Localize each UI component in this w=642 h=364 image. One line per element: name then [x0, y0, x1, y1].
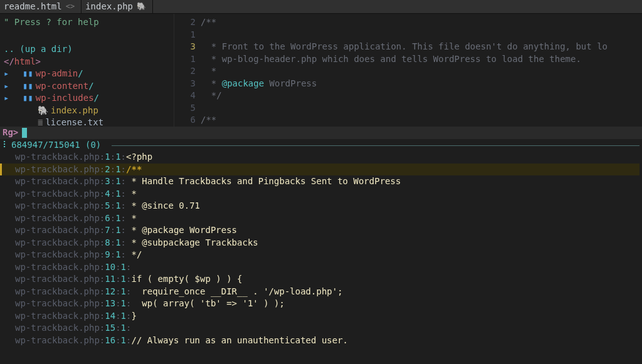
folder-name: wp-admin	[36, 68, 78, 80]
result-line[interactable]: wp-trackback.php:12:1: require_once __DI…	[15, 286, 639, 298]
upper-pane: " Press ? for help .. (up a dir) </html>…	[0, 14, 642, 127]
up-directory[interactable]: .. (up a dir)	[4, 43, 170, 56]
horizontal-rule	[112, 145, 639, 146]
tab-readme[interactable]: readme.html <>	[0, 0, 82, 13]
code-line: */	[201, 90, 642, 102]
result-col-num: 1	[115, 176, 120, 186]
result-file: wp-trackback.php	[15, 225, 100, 235]
line-number: 2	[174, 16, 196, 29]
tab-index-php[interactable]: index.php 🐘	[82, 0, 153, 13]
code-line: /**	[201, 16, 642, 29]
file-tree[interactable]: " Press ? for help .. (up a dir) </html>…	[0, 14, 174, 127]
slash: /	[94, 92, 99, 105]
result-text: * Handle Trackbacks and Pingbacks Sent t…	[126, 176, 401, 186]
result-line[interactable]: wp-trackback.php:14:1:}	[15, 310, 639, 323]
caret-right-icon: ▸	[4, 68, 11, 80]
result-line[interactable]: wp-trackback.php:15:1:	[15, 322, 639, 335]
result-file: wp-trackback.php	[15, 262, 100, 272]
result-text: * @package WordPress	[126, 225, 237, 235]
search-results[interactable]: wp-trackback.php:1:1:<?phpwp-trackback.p…	[0, 151, 642, 346]
line-number: 1	[174, 29, 196, 41]
result-text: *	[126, 189, 137, 199]
result-line-num: 7	[105, 225, 110, 235]
result-col-num: 1	[115, 200, 120, 211]
tab-bar: readme.html <> index.php 🐘	[0, 0, 642, 14]
result-col-num: 1	[115, 237, 120, 247]
folder-name: wp-includes	[36, 92, 94, 105]
result-line[interactable]: wp-trackback.php:10:1:	[15, 261, 639, 274]
result-col-num: 1	[115, 249, 120, 259]
result-line[interactable]: wp-trackback.php:13:1: wp( array( 'tb' =…	[15, 298, 639, 310]
result-line[interactable]: wp-trackback.php:8:1: * @subpackage Trac…	[15, 237, 639, 249]
result-file: wp-trackback.php	[15, 237, 100, 247]
line-number: 6	[174, 114, 196, 127]
folder-wp-includes[interactable]: ▸▮▮wp-includes/	[4, 92, 170, 105]
result-file: wp-trackback.php	[15, 200, 100, 211]
file-index-php[interactable]: 🐘index.php	[4, 105, 170, 117]
result-line-num: 1	[105, 152, 110, 162]
result-line-num: 13	[105, 298, 115, 308]
result-col-num: 1	[115, 164, 120, 174]
folder-icon: ▮▮	[23, 68, 33, 80]
line-number: 1	[174, 53, 196, 66]
result-line[interactable]: wp-trackback.php:6:1: *	[15, 212, 639, 225]
file-license-txt[interactable]: ≣license.txt	[4, 117, 170, 129]
result-file: wp-trackback.php	[15, 286, 100, 296]
result-line[interactable]: wp-trackback.php:9:1: */	[15, 249, 639, 261]
result-col-num: 1	[121, 323, 126, 333]
result-text: wp( array( 'tb' => '1' ) );	[131, 298, 284, 308]
result-text: require_once __DIR__ . '/wp-load.php';	[131, 286, 342, 296]
code-line: * @package WordPress	[201, 78, 642, 90]
result-text: }	[131, 311, 136, 321]
file-name: index.php	[51, 105, 98, 117]
html-close-tag: </html>	[4, 56, 170, 68]
result-line[interactable]: wp-trackback.php:16:1:// Always run as a…	[15, 335, 639, 347]
slash: /	[78, 68, 83, 80]
result-line[interactable]: wp-trackback.php:3:1: * Handle Trackback…	[15, 175, 639, 188]
line-number: 3	[174, 78, 196, 90]
help-hint: " Press ? for help	[4, 16, 170, 29]
result-text: */	[126, 249, 142, 259]
result-line[interactable]: wp-trackback.php:2:1:/**	[0, 164, 639, 176]
code-line	[201, 29, 642, 41]
folder-icon: ▮▮	[23, 80, 33, 93]
result-line-num: 11	[105, 274, 115, 284]
line-number: 3	[174, 41, 196, 53]
result-text: <?php	[126, 152, 152, 162]
tab-label: readme.html	[4, 1, 62, 13]
status-text: 684947/715041 (0)	[11, 139, 101, 152]
folder-icon: ▮▮	[23, 92, 33, 105]
result-file: wp-trackback.php	[15, 164, 100, 174]
result-text: * @subpackage Trackbacks	[126, 237, 258, 247]
code-editor[interactable]: 213123456 /** * Front to the WordPress a…	[174, 14, 642, 127]
result-file: wp-trackback.php	[15, 249, 100, 259]
result-col-num: 1	[121, 274, 126, 284]
result-line[interactable]: wp-trackback.php:11:1:if ( empty( $wp ) …	[15, 273, 639, 286]
line-number-gutter: 213123456	[174, 16, 201, 127]
result-col-num: 1	[115, 152, 120, 162]
folder-wp-admin[interactable]: ▸▮▮wp-admin/	[4, 68, 170, 80]
folder-wp-content[interactable]: ▸▮▮wp-content/	[4, 80, 170, 93]
result-file: wp-trackback.php	[15, 189, 100, 199]
result-line[interactable]: wp-trackback.php:5:1: * @since 0.71	[15, 200, 639, 212]
result-col-num: 1	[121, 335, 126, 345]
result-col-num: 1	[115, 225, 120, 235]
result-line[interactable]: wp-trackback.php:4:1: *	[15, 188, 639, 200]
result-line[interactable]: wp-trackback.php:7:1: * @package WordPre…	[15, 224, 639, 237]
result-line-num: 6	[105, 213, 110, 223]
result-text: * @since 0.71	[126, 200, 200, 211]
result-col-num: 1	[115, 213, 120, 223]
result-line-num: 8	[105, 237, 110, 247]
result-line-num: 5	[105, 200, 110, 211]
result-line-num: 3	[105, 176, 110, 186]
result-line[interactable]: wp-trackback.php:1:1:<?php	[15, 151, 639, 164]
result-text: // Always run as an unauthenticated user…	[131, 335, 348, 345]
elephant-icon: 🐘	[137, 1, 146, 13]
result-col-num: 1	[121, 311, 126, 321]
spinner-icon: ⠇	[3, 139, 9, 152]
tab-label: index.php	[85, 1, 133, 13]
code-line: *	[201, 65, 642, 78]
code-line: /**	[201, 114, 642, 127]
code-line: * Front to the WordPress application. Th…	[201, 41, 642, 53]
result-col-num: 1	[121, 262, 126, 272]
